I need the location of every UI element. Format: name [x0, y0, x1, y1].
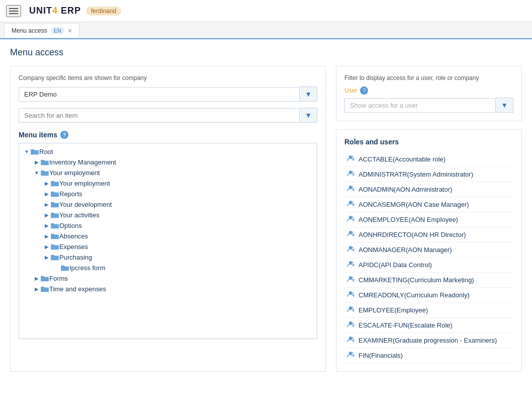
svg-point-1	[351, 156, 353, 158]
tree-item-reports[interactable]: ▶ Reports	[19, 189, 317, 199]
user-select-box[interactable]: Show access for a user	[344, 98, 496, 113]
tree-toggle-development[interactable]: ▶	[43, 202, 50, 207]
tree-item-root[interactable]: ▼ Root	[19, 146, 317, 157]
role-icon	[346, 230, 354, 239]
folder-icon-ipcress	[60, 265, 69, 272]
company-label: Company specific items are shown for com…	[19, 74, 317, 82]
menu-items-help-icon[interactable]: ?	[60, 131, 68, 139]
company-dropdown-row: ERP Demo ▼	[19, 87, 317, 102]
role-icon	[346, 154, 354, 164]
tree-toggle-forms[interactable]: ▶	[33, 276, 40, 281]
company-dropdown-arrow[interactable]: ▼	[300, 87, 317, 102]
role-name: ACCTABLE(Accountable role)	[359, 155, 446, 163]
tree-item-expenses[interactable]: ▶ Expenses	[19, 241, 317, 252]
user-label-row: User ?	[344, 87, 513, 95]
role-icon	[346, 185, 354, 194]
role-item[interactable]: APIDC(API Data Control)	[344, 258, 513, 273]
tree-toggle-absences[interactable]: ▶	[43, 233, 50, 239]
tree-toggle-purchasing[interactable]: ▶	[43, 255, 50, 260]
role-item[interactable]: AONEMPLOYEE(AON Employee)	[344, 212, 513, 227]
folder-icon-inventory	[40, 159, 49, 166]
role-name: AONEMPLOYEE(AON Employee)	[359, 216, 458, 223]
logo-highlight: 4	[52, 6, 58, 16]
company-value: ERP Demo	[24, 91, 57, 98]
folder-icon-forms	[40, 275, 49, 282]
tree-toggle-options[interactable]: ▶	[43, 223, 50, 228]
role-item[interactable]: ACCTABLE(Accountable role)	[344, 152, 513, 167]
svg-point-25	[351, 337, 353, 339]
tree-label-employment-root: Your employment	[49, 169, 100, 177]
tree-item-forms[interactable]: ▶ Forms	[19, 273, 317, 284]
role-item[interactable]: ESCALATE-FUN(Escalate Role)	[344, 318, 513, 333]
role-icon	[346, 275, 354, 285]
tree-label-absences: Absences	[59, 232, 88, 240]
role-item[interactable]: AONHRDIRECTO(AON HR Director)	[344, 227, 513, 242]
tree-toggle-employment-root[interactable]: ▼	[33, 170, 40, 176]
tree-item-absences[interactable]: ▶ Absences	[19, 231, 317, 241]
role-item[interactable]: ADMINISTRATR(System Administrator)	[344, 167, 513, 182]
tree-item-time-expenses[interactable]: ▶ Time and expenses	[19, 284, 317, 294]
tree-scroll: ▼ Root ▶ Inventory Management	[19, 143, 317, 297]
role-item[interactable]: EXAMINER(Graduate progression - Examiner…	[344, 333, 513, 348]
search-dropdown-arrow[interactable]: ▼	[300, 108, 317, 123]
right-section: Filter to display access for a user, rol…	[336, 66, 522, 372]
search-box[interactable]	[19, 108, 300, 123]
user-dropdown-arrow[interactable]: ▼	[496, 98, 513, 113]
tree-label-forms: Forms	[49, 275, 68, 282]
folder-icon-reports	[50, 191, 59, 198]
role-item[interactable]: CMREADONLY(Curriculum Readonly)	[344, 288, 513, 303]
tree-toggle-root[interactable]: ▼	[23, 149, 30, 154]
tree-item-ipcress[interactable]: ▶ Ipcress form	[19, 263, 317, 273]
folder-icon-absences	[50, 233, 59, 240]
tree-item-options[interactable]: ▶ Options	[19, 220, 317, 231]
tree-label-options: Options	[59, 222, 82, 229]
folder-icon-activities	[50, 212, 59, 219]
search-row: ▼	[19, 108, 317, 123]
tree-item-development[interactable]: ▶ Your development	[19, 199, 317, 210]
tab-close-button[interactable]: ×	[68, 27, 72, 34]
role-item[interactable]: FIN(Financials)	[344, 348, 513, 363]
user-placeholder: Show access for a user	[350, 102, 418, 109]
menu-items-label: Menu items	[19, 131, 57, 139]
filter-label: Filter to display access for a user, rol…	[344, 74, 513, 82]
role-name: FIN(Financials)	[359, 352, 403, 359]
tab-menu-access[interactable]: Menu access EN ×	[4, 23, 79, 37]
user-label: User	[344, 87, 357, 94]
role-item[interactable]: CMMARKETING(Curriculum Marketing)	[344, 273, 513, 288]
role-icon	[346, 260, 354, 270]
role-icon	[346, 351, 354, 360]
roles-section: Roles and users ACCTABLE(Accountable rol…	[336, 129, 522, 372]
tree-toggle-expenses[interactable]: ▶	[43, 244, 50, 250]
menu-items-header: Menu items ?	[19, 131, 317, 139]
role-item[interactable]: AONMANAGER(AON Manager)	[344, 242, 513, 258]
logo: UNIT4 ERP	[29, 6, 81, 16]
tree-toggle-time-expenses[interactable]: ▶	[33, 286, 40, 292]
tree-label-development: Your development	[59, 201, 112, 208]
svg-point-11	[351, 231, 353, 233]
role-name: AONADMIN(AON Administrator)	[359, 186, 452, 193]
company-select[interactable]: ERP Demo	[19, 87, 300, 102]
role-item[interactable]: AONADMIN(AON Administrator)	[344, 182, 513, 197]
role-item[interactable]: AONCASEMGR(AON Case Manager)	[344, 197, 513, 212]
svg-point-3	[351, 171, 353, 173]
user-dropdown: Show access for a user ▼	[344, 98, 513, 113]
tree-item-employment-root[interactable]: ▼ Your employment	[19, 168, 317, 178]
user-help-icon[interactable]: ?	[360, 87, 368, 95]
tree-item-inventory[interactable]: ▶ Inventory Management	[19, 157, 317, 168]
tree-item-employment-child[interactable]: ▶ Your employment	[19, 178, 317, 189]
tab-bar: Menu access EN ×	[0, 22, 532, 39]
tree-toggle-employment-child[interactable]: ▶	[43, 181, 50, 186]
tree-container[interactable]: ▼ Root ▶ Inventory Management	[19, 143, 317, 339]
tree-toggle-activities[interactable]: ▶	[43, 212, 50, 218]
search-input[interactable]	[24, 112, 294, 119]
tree-item-purchasing[interactable]: ▶ Purchasing	[19, 252, 317, 263]
role-item[interactable]: EMPLOYEE(Employee)	[344, 303, 513, 318]
tree-label-root: Root	[39, 148, 53, 155]
role-icon	[346, 245, 354, 255]
tree-item-activities[interactable]: ▶ Your activities	[19, 210, 317, 220]
hamburger-button[interactable]	[6, 5, 21, 17]
tree-label-purchasing: Purchasing	[59, 254, 92, 261]
tree-toggle-reports[interactable]: ▶	[43, 191, 50, 197]
role-name: CMMARKETING(Curriculum Marketing)	[359, 276, 474, 284]
tree-toggle-inventory[interactable]: ▶	[33, 159, 40, 165]
